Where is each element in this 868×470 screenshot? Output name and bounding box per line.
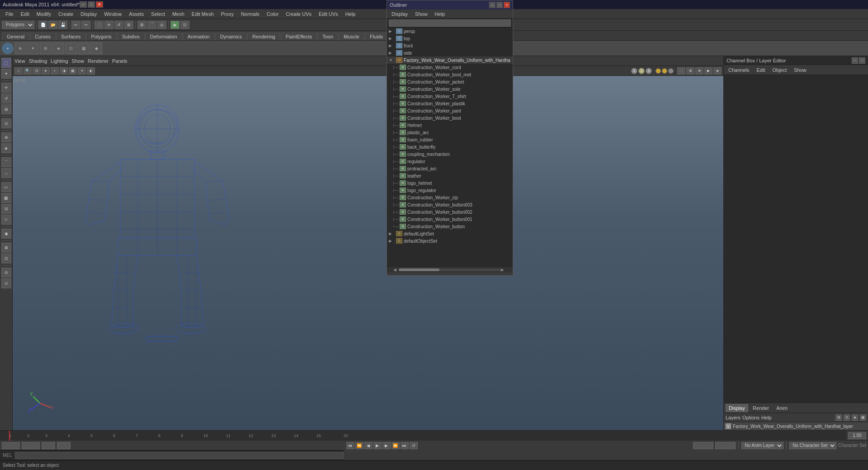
toolbar-open[interactable]: 📂 bbox=[48, 21, 57, 29]
playback-jump-start[interactable]: ⏮ bbox=[346, 442, 354, 449]
shelf-tab-toon[interactable]: Toon bbox=[317, 33, 338, 40]
shelf-icon-7[interactable]: ▦ bbox=[78, 42, 90, 54]
menu-normals[interactable]: Normals bbox=[237, 10, 263, 18]
anim-layer-select[interactable]: No Anim Layer bbox=[741, 442, 783, 449]
outliner-item-pant[interactable]: ├─○ ⊞ Construction_Worker_pant bbox=[387, 107, 513, 114]
shelf-tab-surfaces[interactable]: Surfaces bbox=[56, 33, 85, 40]
vsb-resolution-1[interactable]: 1 bbox=[631, 68, 637, 74]
lt-ipr[interactable]: ⊙ bbox=[1, 278, 11, 288]
start-frame-input[interactable]: 1.00 bbox=[22, 442, 40, 449]
outliner-item-logo-helmet[interactable]: ├─○ ⊞ logo_helmet bbox=[387, 179, 513, 187]
vsb-transform[interactable]: ⊞ bbox=[686, 67, 694, 75]
outliner-item-button002[interactable]: ├─○ ⊞ Construction_Worker_button002 bbox=[387, 208, 513, 216]
lt-create-poly[interactable]: ▭ bbox=[1, 182, 11, 192]
shelf-tab-muscle[interactable]: Muscle bbox=[339, 33, 364, 40]
lt-rotate-tool[interactable]: ↺ bbox=[1, 94, 11, 103]
menu-proxy[interactable]: Proxy bbox=[217, 10, 237, 18]
playback-play[interactable]: ▶ bbox=[373, 442, 382, 449]
toolbar-redo[interactable]: ↪ bbox=[81, 21, 90, 29]
outliner-hscroll-left[interactable]: ◀ bbox=[393, 268, 399, 272]
lt-move-tool[interactable]: ✛ bbox=[1, 83, 11, 93]
toolbar-ipr[interactable]: ⊡ bbox=[180, 21, 189, 29]
channel-box-tab-show[interactable]: Show bbox=[791, 66, 809, 74]
vsb-lights[interactable]: ☀ bbox=[78, 67, 86, 75]
shelf-tab-subdivs[interactable]: Subdivs bbox=[117, 33, 145, 40]
vsb-smooth[interactable]: ● bbox=[42, 67, 50, 75]
lt-show-manip[interactable]: ◎ bbox=[1, 118, 11, 128]
outliner-item-jacket[interactable]: ├─○ ⊞ Construction_Worker_jacket bbox=[387, 78, 513, 85]
outliner-item-factory-group[interactable]: ▼ ⊡ Factory_Work_Wear_Overalls_Uniform_w… bbox=[387, 56, 513, 64]
menu-color[interactable]: Color bbox=[263, 10, 282, 18]
lt-split-poly[interactable]: ⊟ bbox=[1, 204, 11, 214]
outliner-hscroll-track[interactable] bbox=[399, 268, 501, 271]
shelf-tab-general[interactable]: General bbox=[2, 33, 29, 40]
vt-show[interactable]: Show bbox=[72, 58, 85, 64]
playback-next-frame[interactable]: ▶ bbox=[382, 442, 391, 449]
layer-subtab-layers[interactable]: Layers bbox=[726, 415, 741, 420]
outliner-hscroll-right[interactable]: ▶ bbox=[501, 268, 506, 272]
shelf-icon-4[interactable]: ⊞ bbox=[40, 42, 52, 54]
shelf-tab-curves[interactable]: Curves bbox=[30, 33, 56, 40]
shelf-tab-rendering[interactable]: Rendering bbox=[247, 33, 280, 40]
shelf-tab-polygons[interactable]: Polygons bbox=[86, 33, 116, 40]
vsb-light-3[interactable] bbox=[668, 68, 674, 74]
lt-select-tool[interactable]: ⬚ bbox=[1, 58, 11, 68]
lt-render[interactable]: ⊘ bbox=[1, 268, 11, 277]
outliner-item-button001[interactable]: ├─○ ⊞ Construction_Worker_button001 bbox=[387, 216, 513, 223]
vt-panels[interactable]: Panels bbox=[112, 58, 127, 64]
outliner-item-foam-rubber[interactable]: ├─○ ⊞ foam_rubber bbox=[387, 136, 513, 143]
channel-box-minimize[interactable]: ─ bbox=[852, 57, 858, 64]
shelf-icon-1[interactable]: ● bbox=[2, 42, 14, 54]
channel-box-tab-edit[interactable]: Edit bbox=[754, 66, 768, 74]
outliner-item-boot[interactable]: ├─○ ⊞ Construction_Worker_boot bbox=[387, 114, 513, 122]
layer-visibility-toggle[interactable]: V bbox=[726, 423, 731, 429]
lt-paint-tool[interactable]: ✦ bbox=[1, 69, 11, 79]
menu-display[interactable]: Display bbox=[77, 10, 100, 18]
viewport-3d[interactable]: .wf { fill: none; stroke: #3355cc; strok… bbox=[13, 76, 723, 430]
toolbar-move[interactable]: ✛ bbox=[104, 21, 113, 29]
vsb-resolution-3[interactable]: 3 bbox=[646, 68, 652, 74]
vsb-home[interactable]: ⌂ bbox=[14, 67, 23, 75]
toolbar-snap-curve[interactable]: ⌒ bbox=[147, 21, 156, 29]
playback-jump-end[interactable]: ⏭ bbox=[401, 442, 409, 449]
outliner-content[interactable]: ▶ ⊡ persp ▶ ⊡ top ▶ ⊡ front ▶ bbox=[387, 56, 513, 266]
shelf-tab-deformation[interactable]: Deformation bbox=[145, 33, 182, 40]
outliner-item-regulator[interactable]: ├─○ ⊞ regulator bbox=[387, 158, 513, 165]
vt-view[interactable]: View bbox=[14, 58, 25, 64]
vsb-wireframe[interactable]: ⊡ bbox=[33, 67, 41, 75]
outliner-item-button[interactable]: └─○ ⊞ Construction_Worker_button bbox=[387, 223, 513, 230]
outliner-item-helmet[interactable]: ├─○ ⊞ Helmet bbox=[387, 122, 513, 129]
frame-display-right[interactable] bbox=[848, 432, 866, 439]
toolbar-scale[interactable]: ⊞ bbox=[124, 21, 133, 29]
outliner-item-lightset[interactable]: ▶ ⊡ defaultLightSet bbox=[387, 230, 513, 237]
shelf-icon-6[interactable]: ⊡ bbox=[65, 42, 77, 54]
layer-subtab-help[interactable]: Help bbox=[761, 415, 772, 420]
menu-select[interactable]: Select bbox=[147, 10, 169, 18]
toolbar-render[interactable]: ▶ bbox=[170, 21, 179, 29]
menu-edit[interactable]: Edit bbox=[17, 10, 33, 18]
playback-prev-frame[interactable]: ◀ bbox=[364, 442, 373, 449]
layer-icon-4[interactable]: ▦ bbox=[860, 414, 866, 421]
outliner-item-zip[interactable]: ├─○ ⊞ Construction_Worker_zip bbox=[387, 194, 513, 201]
current-frame-input[interactable]: 1.00 bbox=[2, 442, 20, 449]
minimize-button[interactable]: ─ bbox=[80, 1, 87, 8]
vt-shading[interactable]: Shading bbox=[29, 58, 47, 64]
outliner-item-button003[interactable]: ├─○ ⊞ Construction_Worker_button003 bbox=[387, 201, 513, 208]
menu-create[interactable]: Create bbox=[55, 10, 77, 18]
shelf-icon-8[interactable]: ◆ bbox=[90, 42, 102, 54]
toolbar-new[interactable]: 📄 bbox=[38, 21, 47, 29]
vsb-cloth[interactable]: ◈ bbox=[713, 67, 722, 75]
shelf-icon-5[interactable]: ◈ bbox=[52, 42, 64, 54]
vsb-shaded[interactable]: ◑ bbox=[60, 67, 68, 75]
toolbar-snap-grid[interactable]: ⊞ bbox=[137, 21, 146, 29]
playback-next-key[interactable]: ⏩ bbox=[392, 442, 400, 449]
toolbar-select[interactable]: ⬚ bbox=[94, 21, 104, 29]
outliner-item-plastik[interactable]: ├─○ ⊞ Construction_Worker_plastik bbox=[387, 100, 513, 107]
maximize-button[interactable]: □ bbox=[88, 1, 95, 8]
menu-modify[interactable]: Modify bbox=[33, 10, 55, 18]
shelf-icon-3[interactable]: ✦ bbox=[27, 42, 39, 54]
outliner-item-objectset[interactable]: ▶ ⊡ defaultObjectSet bbox=[387, 237, 513, 244]
vsb-anim[interactable]: ▶ bbox=[704, 67, 712, 75]
vt-renderer[interactable]: Renderer bbox=[88, 58, 108, 64]
close-button[interactable]: ✕ bbox=[96, 1, 103, 8]
